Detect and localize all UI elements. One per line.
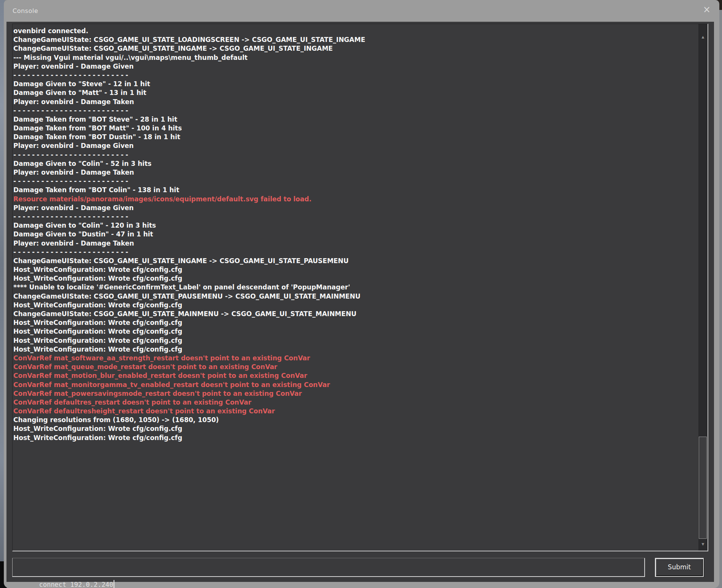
console-line: ChangeGameUIState: CSGO_GAME_UI_STATE_PA…	[13, 292, 697, 301]
console-line: Player: ovenbird - Damage Given	[13, 62, 697, 71]
console-line: Player: ovenbird - Damage Given	[13, 141, 697, 150]
console-line: Damage Given to "Colin" - 52 in 3 hits	[13, 159, 697, 168]
scrollbar-thumb[interactable]	[699, 437, 707, 539]
window-title: Console	[13, 7, 38, 14]
scroll-down-arrow-icon[interactable]: ▼	[698, 541, 708, 547]
console-line: -------------------------	[13, 212, 697, 221]
console-line: Host_WriteConfiguration: Wrote cfg/confi…	[13, 318, 697, 327]
console-line: **** Unable to localize '#GenericConfirm…	[13, 283, 697, 292]
console-line: Resource materials/panorama/images/icons…	[13, 195, 697, 204]
scrollbar[interactable]: ▲ ▼	[698, 24, 708, 551]
console-line: Player: ovenbird - Damage Taken	[13, 239, 697, 248]
console-line: Player: ovenbird - Damage Given	[13, 204, 697, 212]
console-line: -------------------------	[13, 151, 697, 159]
console-line: ChangeGameUIState: CSGO_GAME_UI_STATE_IN…	[13, 257, 697, 265]
console-line: -------------------------	[13, 71, 697, 80]
text-caret	[114, 580, 114, 588]
console-line: Host_WriteConfiguration: Wrote cfg/confi…	[13, 434, 697, 442]
command-input-value: connect 192.0.2.240	[39, 581, 113, 588]
console-line: Host_WriteConfiguration: Wrote cfg/confi…	[13, 336, 697, 345]
console-line: ChangeGameUIState: CSGO_GAME_UI_STATE_MA…	[13, 310, 697, 318]
console-line: Damage Given to "Colin" - 120 in 3 hits	[13, 221, 697, 230]
console-line: --- Missing Vgui material vgui/..\vgui\m…	[13, 53, 697, 62]
console-line: ConVarRef mat_software_aa_strength_resta…	[13, 354, 697, 363]
console-line: Damage Given to "Dustin" - 47 in 1 hit	[13, 230, 697, 239]
close-icon[interactable]: ×	[702, 5, 712, 14]
console-line: -------------------------	[13, 248, 697, 257]
console-line: -------------------------	[13, 177, 697, 186]
scroll-up-arrow-icon[interactable]: ▲	[698, 34, 708, 40]
title-bar[interactable]: Console ×	[4, 0, 719, 22]
console-window: Console × ovenbird connected.ChangeGameU…	[4, 0, 719, 588]
console-line: Player: ovenbird - Damage Taken	[13, 98, 697, 106]
console-line: ConVarRef mat_monitorgamma_tv_enabled_re…	[13, 381, 697, 389]
window-body: ovenbird connected.ChangeGameUIState: CS…	[6, 22, 714, 582]
console-line: Host_WriteConfiguration: Wrote cfg/confi…	[13, 301, 697, 310]
console-line: Host_WriteConfiguration: Wrote cfg/confi…	[13, 424, 697, 433]
console-line: Host_WriteConfiguration: Wrote cfg/confi…	[13, 327, 697, 336]
console-output: ovenbird connected.ChangeGameUIState: CS…	[12, 24, 708, 551]
console-line: ConVarRef mat_powersavingsmode_restart d…	[13, 389, 697, 398]
console-line: Host_WriteConfiguration: Wrote cfg/confi…	[13, 265, 697, 274]
console-line: Damage Taken from "BOT Colin" - 138 in 1…	[13, 186, 697, 194]
console-line: Damage Taken from "BOT Dustin" - 18 in 1…	[13, 133, 697, 141]
command-input[interactable]: connect 192.0.2.240	[12, 558, 645, 577]
console-line: Damage Given to "Matt" - 13 in 1 hit	[13, 88, 697, 97]
submit-button-label: Submit	[668, 563, 691, 571]
console-line: Host_WriteConfiguration: Wrote cfg/confi…	[13, 345, 697, 354]
console-line: Damage Given to "Steve" - 12 in 1 hit	[13, 80, 697, 88]
console-line: Changing resolutions from (1680, 1050) -…	[13, 416, 697, 424]
console-line: ConVarRef mat_motion_blur_enabled_restar…	[13, 371, 697, 380]
console-line: -------------------------	[13, 106, 697, 115]
console-line: ChangeGameUIState: CSGO_GAME_UI_STATE_LO…	[13, 35, 697, 44]
console-line: ChangeGameUIState: CSGO_GAME_UI_STATE_IN…	[13, 44, 697, 53]
console-line: ConVarRef defaultresheight_restart doesn…	[13, 407, 697, 416]
console-line: ConVarRef mat_queue_mode_restart doesn't…	[13, 363, 697, 371]
console-line: ovenbird connected.	[13, 27, 697, 35]
submit-button[interactable]: Submit	[655, 558, 704, 577]
console-line: Damage Taken from "BOT Steve" - 28 in 1 …	[13, 115, 697, 124]
console-line: Damage Taken from "BOT Matt" - 100 in 4 …	[13, 124, 697, 133]
console-line: Player: ovenbird - Damage Taken	[13, 168, 697, 177]
console-line: Host_WriteConfiguration: Wrote cfg/confi…	[13, 274, 697, 283]
console-lines: ovenbird connected.ChangeGameUIState: CS…	[13, 27, 697, 442]
console-line: ConVarRef defaultres_restart doesn't poi…	[13, 398, 697, 407]
